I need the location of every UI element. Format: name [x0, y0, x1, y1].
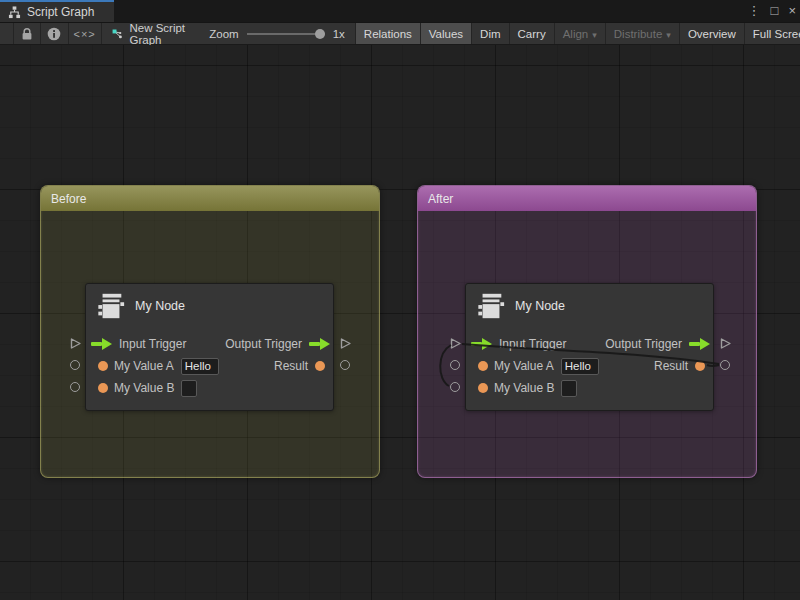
port-value-a-label: My Value A: [114, 359, 174, 373]
port-value-a-icon[interactable]: [98, 361, 108, 371]
outer-result-port[interactable]: [720, 360, 730, 370]
values-toggle[interactable]: Values: [421, 23, 472, 44]
outer-value-a-port[interactable]: [70, 360, 80, 370]
port-value-b-icon[interactable]: [98, 383, 108, 393]
relations-toggle[interactable]: Relations: [356, 23, 421, 44]
dim-label: Dim: [480, 28, 500, 40]
align-label: Align: [563, 28, 589, 40]
port-output-trigger-icon[interactable]: [689, 338, 711, 350]
fullscreen-button[interactable]: Full Screen: [745, 23, 800, 44]
info-icon: [47, 27, 61, 41]
node-my-node-before[interactable]: My Node Input Trigger Output Trigger My …: [85, 283, 334, 411]
value-a-input[interactable]: [181, 358, 219, 375]
graph-asset-selector[interactable]: New Script Graph: [112, 23, 196, 44]
port-input-trigger-label: Input Trigger: [119, 337, 186, 351]
chevron-down-icon: ▾: [666, 30, 671, 40]
hierarchy-icon: [8, 6, 21, 19]
outer-trigger-out-port[interactable]: [719, 337, 732, 350]
graph-asset-label: New Script Graph: [129, 22, 195, 46]
group-after-header[interactable]: After: [418, 186, 756, 211]
code-view-button[interactable]: <×>: [69, 23, 102, 44]
values-label: Values: [429, 28, 463, 40]
zoom-slider-track: [247, 33, 325, 35]
port-value-b-label: My Value B: [114, 381, 174, 395]
lock-icon: [21, 27, 33, 41]
maximize-icon[interactable]: □: [771, 0, 779, 22]
fullscreen-label: Full Screen: [753, 28, 800, 40]
port-value-b-icon[interactable]: [478, 383, 488, 393]
kebab-menu-icon[interactable]: ⋮: [748, 0, 761, 22]
outer-value-a-port[interactable]: [450, 360, 460, 370]
node-icon: [476, 291, 506, 321]
node-title: My Node: [135, 299, 185, 313]
port-output-trigger-icon[interactable]: [309, 338, 331, 350]
outer-trigger-out-port[interactable]: [339, 337, 352, 350]
value-b-input[interactable]: [181, 380, 197, 397]
zoom-slider[interactable]: [247, 27, 325, 41]
outer-value-b-port[interactable]: [70, 382, 80, 392]
port-result-label: Result: [274, 359, 308, 373]
carry-toggle[interactable]: Carry: [510, 23, 555, 44]
code-icon: <×>: [74, 28, 96, 40]
group-before-header[interactable]: Before: [41, 186, 379, 211]
port-output-trigger-label: Output Trigger: [605, 337, 682, 351]
script-graph-window: Script Graph ⋮ □ × <×>: [0, 0, 800, 600]
value-b-input[interactable]: [561, 380, 577, 397]
align-dropdown[interactable]: Align ▾: [555, 23, 606, 44]
zoom-label: Zoom: [209, 28, 238, 40]
relations-label: Relations: [364, 28, 412, 40]
outer-trigger-in-port[interactable]: [69, 337, 82, 350]
port-output-trigger-label: Output Trigger: [225, 337, 302, 351]
node-my-node-after[interactable]: My Node Input Trigger Output Trigger My …: [465, 283, 714, 411]
value-a-input[interactable]: [561, 358, 599, 375]
distribute-dropdown[interactable]: Distribute ▾: [606, 23, 680, 44]
overview-label: Overview: [688, 28, 736, 40]
overview-button[interactable]: Overview: [680, 23, 745, 44]
outer-result-port[interactable]: [340, 360, 350, 370]
port-value-b-label: My Value B: [494, 381, 554, 395]
outer-value-b-port[interactable]: [450, 382, 460, 392]
script-graph-icon: [112, 27, 123, 41]
dim-toggle[interactable]: Dim: [472, 23, 509, 44]
node-icon: [96, 291, 126, 321]
graph-canvas[interactable]: Before After My Node: [0, 45, 800, 600]
close-icon[interactable]: ×: [788, 0, 796, 22]
port-value-a-label: My Value A: [494, 359, 554, 373]
port-input-trigger-icon[interactable]: [91, 338, 113, 350]
chevron-down-icon: ▾: [592, 30, 597, 40]
port-result-icon[interactable]: [315, 361, 325, 371]
carry-label: Carry: [518, 28, 546, 40]
node-title: My Node: [515, 299, 565, 313]
port-input-trigger-icon[interactable]: [471, 338, 493, 350]
tab-strip: Script Graph ⋮ □ ×: [0, 0, 800, 22]
group-before-title: Before: [51, 192, 86, 206]
port-result-icon[interactable]: [695, 361, 705, 371]
zoom-slider-handle[interactable]: [315, 29, 325, 39]
port-value-a-icon[interactable]: [478, 361, 488, 371]
tab-label: Script Graph: [27, 5, 94, 19]
lock-button[interactable]: [13, 23, 41, 44]
outer-trigger-in-port[interactable]: [449, 337, 462, 350]
group-after-title: After: [428, 192, 453, 206]
graph-toolbar: <×> New Script Graph Zoom 1x Relations: [0, 22, 800, 45]
port-result-label: Result: [654, 359, 688, 373]
port-input-trigger-label: Input Trigger: [499, 337, 566, 351]
tab-script-graph[interactable]: Script Graph: [0, 0, 114, 22]
distribute-label: Distribute: [614, 28, 663, 40]
zoom-value: 1x: [333, 28, 345, 40]
info-button[interactable]: [41, 23, 69, 44]
